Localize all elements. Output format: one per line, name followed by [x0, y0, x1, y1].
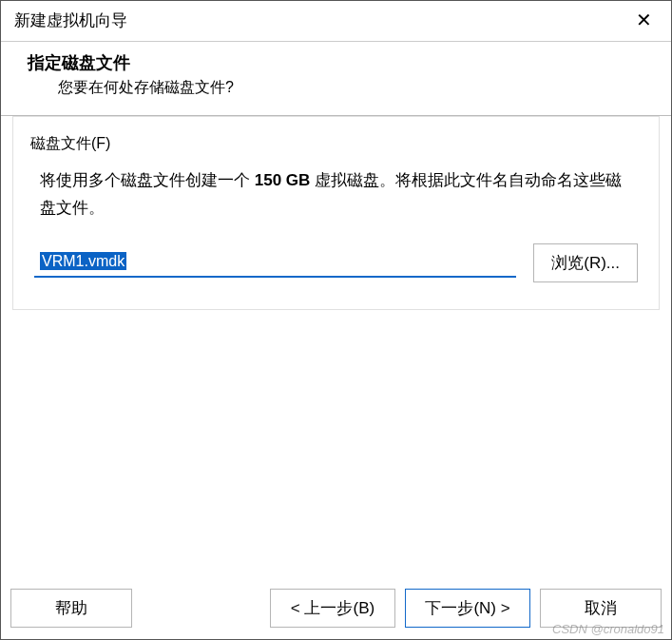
- window-title: 新建虚拟机向导: [14, 10, 127, 31]
- disk-file-value: VRM1.vmdk: [40, 252, 126, 270]
- browse-button[interactable]: 浏览(R)...: [533, 243, 638, 282]
- disk-file-description: 将使用多个磁盘文件创建一个 150 GB 虚拟磁盘。将根据此文件名自动命名这些磁…: [30, 167, 642, 223]
- page-heading: 指定磁盘文件: [28, 51, 644, 74]
- close-icon[interactable]: ✕: [630, 9, 658, 31]
- file-row: VRM1.vmdk 浏览(R)...: [30, 243, 642, 282]
- disk-size-value: 150 GB: [255, 171, 311, 189]
- disk-file-section: 磁盘文件(F) 将使用多个磁盘文件创建一个 150 GB 虚拟磁盘。将根据此文件…: [12, 116, 660, 310]
- button-bar: 帮助 < 上一步(B) 下一步(N) > 取消: [1, 581, 671, 639]
- next-button[interactable]: 下一步(N) >: [405, 589, 530, 628]
- disk-file-input[interactable]: VRM1.vmdk: [34, 247, 516, 278]
- content-spacer: [1, 310, 671, 581]
- wizard-window: 新建虚拟机向导 ✕ 指定磁盘文件 您要在何处存储磁盘文件? 磁盘文件(F) 将使…: [0, 0, 672, 640]
- back-button[interactable]: < 上一步(B): [270, 589, 395, 628]
- page-subheading: 您要在何处存储磁盘文件?: [28, 78, 644, 98]
- cancel-button[interactable]: 取消: [540, 589, 662, 628]
- wizard-header: 指定磁盘文件 您要在何处存储磁盘文件?: [1, 42, 671, 115]
- help-button[interactable]: 帮助: [10, 589, 132, 628]
- disk-file-label: 磁盘文件(F): [30, 134, 642, 154]
- desc-prefix: 将使用多个磁盘文件创建一个: [40, 171, 255, 189]
- titlebar: 新建虚拟机向导 ✕: [1, 1, 671, 42]
